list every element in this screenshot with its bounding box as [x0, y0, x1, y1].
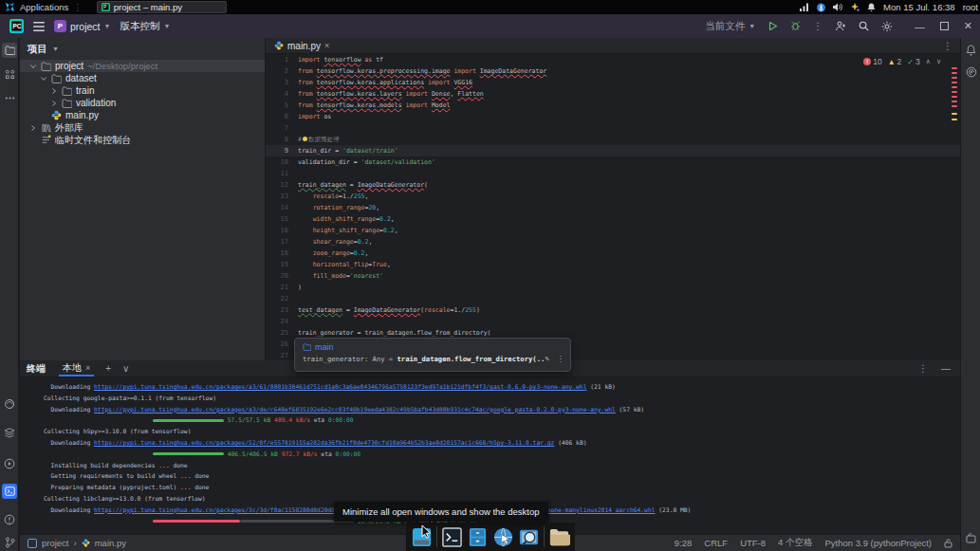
- notification-bell-icon[interactable]: [867, 3, 876, 12]
- error-stripe-mark[interactable]: [952, 86, 957, 88]
- tree-item-外部库[interactable]: 外部库: [20, 121, 265, 134]
- services-tool-icon[interactable]: [2, 456, 17, 471]
- minimize-window-icon[interactable]: —: [915, 21, 925, 32]
- error-stripe-mark[interactable]: [952, 72, 957, 74]
- web-browser-icon[interactable]: [492, 526, 514, 548]
- code-line[interactable]: 17 shear_range=0.2,: [266, 236, 960, 248]
- problems-tool-icon[interactable]: [2, 512, 17, 527]
- volume-icon[interactable]: [833, 3, 842, 11]
- terminal-app-icon[interactable]: [441, 526, 463, 548]
- code-line[interactable]: 16 height_shift_range=0.2,: [266, 225, 960, 236]
- error-stripe-mark[interactable]: [952, 96, 957, 98]
- settings-gear-icon[interactable]: [881, 21, 893, 32]
- structure-tool-icon[interactable]: [2, 66, 17, 82]
- maximize-window-icon[interactable]: [940, 22, 949, 30]
- chevron-right-icon[interactable]: [50, 87, 58, 95]
- applications-menu[interactable]: Applications: [20, 2, 68, 12]
- tab-main-py[interactable]: main.py ×: [266, 38, 338, 53]
- python-packages-tool-icon[interactable]: [2, 396, 17, 412]
- ai-assistant-icon[interactable]: [964, 64, 978, 79]
- pycharm-logo[interactable]: PC: [9, 19, 24, 33]
- project-panel-header[interactable]: 项目 ▼: [20, 38, 265, 60]
- vcs-widget[interactable]: 版本控制 ▼: [120, 20, 170, 33]
- main-menu-icon[interactable]: [33, 22, 45, 31]
- code-line[interactable]: 14 rotation_range=20,: [266, 202, 960, 213]
- breadcrumb-file[interactable]: main.py: [95, 538, 126, 548]
- breadcrumb-project[interactable]: project: [42, 538, 69, 548]
- chevron-down-icon[interactable]: [40, 75, 47, 83]
- tree-item-dataset[interactable]: dataset: [20, 72, 265, 84]
- python-console-tool-icon[interactable]: [2, 425, 17, 440]
- intention-bulb-icon[interactable]: [303, 137, 307, 141]
- tree-item-project[interactable]: project ~/Desktop/project: [20, 60, 265, 72]
- terminal-dropdown-icon[interactable]: ∨: [122, 363, 129, 374]
- code-line[interactable]: 5from tensorflow.keras.models import Mod…: [266, 100, 960, 111]
- edit-pencil-icon[interactable]: ✎: [545, 354, 549, 363]
- new-terminal-icon[interactable]: +: [105, 363, 111, 374]
- code-line[interactable]: 10validation_dir = 'dataset/validation': [266, 156, 960, 168]
- code-line[interactable]: 3from tensorflow.keras.applications impo…: [266, 77, 960, 88]
- terminal-tab-local[interactable]: 本地 ×: [59, 360, 94, 377]
- hide-terminal-icon[interactable]: —: [941, 363, 951, 374]
- clock[interactable]: Mon 15 Jul. 16:38: [883, 2, 955, 12]
- run-configuration-selector[interactable]: 当前文件 ▼: [705, 20, 755, 33]
- code-editor[interactable]: 1import tensorflow as tf2from tensorflow…: [266, 54, 960, 360]
- tab-options-icon[interactable]: ⋮: [943, 41, 960, 51]
- chevron-right-icon[interactable]: [50, 100, 58, 107]
- code-line[interactable]: 2from tensorflow.keras.preprocessing.ima…: [266, 65, 960, 77]
- line-separator-widget[interactable]: CRLF: [704, 538, 728, 548]
- code-line[interactable]: 1import tensorflow as tf: [266, 54, 960, 65]
- code-line[interactable]: 20 fill_mode='nearest': [266, 270, 960, 282]
- terminal-options-icon[interactable]: ⋮: [918, 363, 928, 374]
- cursor-position-widget[interactable]: 9:28: [675, 538, 693, 548]
- tree-item-main.py[interactable]: main.py: [20, 109, 265, 121]
- terminal-link[interactable]: https://pypi.tuna.tsinghua.edu.cn/packag…: [94, 437, 554, 449]
- debug-button[interactable]: [790, 21, 801, 31]
- error-stripe-mark[interactable]: [952, 105, 957, 107]
- code-line[interactable]: 21): [266, 282, 960, 293]
- code-line[interactable]: 18 zoom_range=0.2,: [266, 248, 960, 259]
- warning-stripe-mark[interactable]: [952, 119, 957, 120]
- interpreter-widget[interactable]: Python 3.9 (pythonProject): [825, 538, 932, 548]
- search-everywhere-icon[interactable]: [859, 21, 869, 31]
- error-stripe-mark[interactable]: [952, 101, 957, 102]
- layout-icon[interactable]: [964, 531, 978, 545]
- bluetooth-icon[interactable]: [817, 3, 825, 12]
- lock-icon[interactable]: [944, 539, 952, 548]
- terminal-link[interactable]: https://pypi.tuna.tsinghua.edu.cn/packag…: [94, 381, 586, 393]
- warning-stripe-mark[interactable]: [952, 113, 957, 115]
- terminal-tool-icon[interactable]: [2, 484, 17, 499]
- indent-widget[interactable]: 4 个空格: [778, 537, 812, 549]
- project-tool-icon[interactable]: [2, 43, 17, 58]
- terminal-link[interactable]: https://pypi.tuna.tsinghua.edu.cn/packag…: [94, 404, 616, 415]
- window-list-button[interactable]: P project – main.py: [97, 1, 227, 13]
- code-line[interactable]: 11: [266, 168, 960, 179]
- error-stripe-mark[interactable]: [952, 82, 957, 83]
- code-line[interactable]: 6import os: [266, 111, 960, 122]
- error-stripe-mark[interactable]: [952, 91, 957, 93]
- code-line[interactable]: 13 rescale=1./255,: [266, 191, 960, 202]
- code-line[interactable]: 12train_datagen = ImageDataGenerator(: [266, 179, 960, 191]
- close-window-icon[interactable]: ✕: [964, 20, 972, 32]
- network-signal-icon[interactable]: [800, 3, 809, 11]
- encoding-widget[interactable]: UTF-8: [740, 538, 766, 548]
- input-method-icon[interactable]: [850, 3, 860, 11]
- tree-item-validation[interactable]: validation: [20, 97, 265, 109]
- tree-item-train[interactable]: train: [20, 84, 265, 97]
- screenshot-tool-icon[interactable]: [518, 526, 540, 548]
- more-tools-icon[interactable]: [2, 90, 17, 105]
- run-button[interactable]: [767, 21, 778, 31]
- prev-problem-icon[interactable]: ∧: [926, 58, 931, 65]
- code-line[interactable]: 23test_datagen = ImageDataGenerator(resc…: [266, 304, 960, 316]
- error-stripe[interactable]: [952, 67, 958, 352]
- code-line[interactable]: 19 horizontal_flip=True,: [266, 259, 960, 270]
- code-line[interactable]: 15 width_shift_range=0.2,: [266, 213, 960, 225]
- terminal-tab-close-icon[interactable]: ×: [85, 363, 90, 373]
- code-line[interactable]: 7: [266, 122, 960, 134]
- tree-item-临时文件和控制台[interactable]: 临时文件和控制台: [20, 134, 265, 146]
- error-stripe-mark[interactable]: [952, 77, 957, 79]
- code-line[interactable]: 24: [266, 316, 960, 327]
- code-line[interactable]: 8#数据预处理: [266, 134, 960, 145]
- git-branch-tool-icon[interactable]: [2, 535, 17, 550]
- inspections-widget[interactable]: !10 ▲2 ✓3 ∧ ∨: [863, 57, 941, 66]
